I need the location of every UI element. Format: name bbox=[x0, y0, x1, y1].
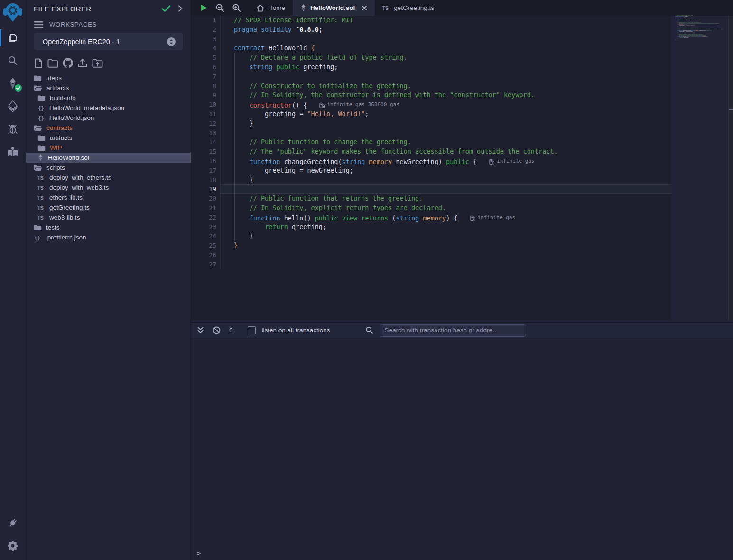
tab-home[interactable]: Home bbox=[249, 0, 293, 16]
code-line-21[interactable]: 21 // In Solidity, explicit return types… bbox=[191, 203, 671, 213]
transaction-count: 0 bbox=[229, 327, 233, 334]
code-editor[interactable]: 1// SPDX-License-Identifier: MIT2pragma … bbox=[191, 16, 733, 320]
code-line-22[interactable]: 22 function hello() public view returns … bbox=[191, 213, 671, 222]
gas-estimate-annotation[interactable]: infinite gas 368600 gas bbox=[319, 100, 399, 110]
code-line-10[interactable]: 10 constructor() {infinite gas 368600 ga… bbox=[191, 100, 671, 110]
code-line-16[interactable]: 16 function changeGreeting(string memory… bbox=[191, 156, 671, 166]
svg-text:{}: {} bbox=[34, 235, 40, 240]
tab-helloworld-sol[interactable]: HelloWorld.sol bbox=[293, 0, 375, 16]
workspace-select[interactable]: OpenZeppelin ERC20 - 1 bbox=[34, 33, 183, 50]
tree-item-build-info[interactable]: build-info bbox=[26, 93, 191, 103]
activity-deploy-run[interactable] bbox=[0, 95, 26, 118]
activity-debugger[interactable] bbox=[0, 118, 26, 140]
activity-remix-logo[interactable] bbox=[0, 0, 26, 27]
file-explorer-header: FILE EXPLORER bbox=[26, 0, 191, 17]
listen-all-transactions-checkbox[interactable] bbox=[248, 326, 256, 334]
ts-icon: TS bbox=[37, 175, 45, 181]
line-content: } bbox=[221, 119, 671, 129]
transaction-search-input[interactable] bbox=[380, 324, 526, 337]
activity-file-explorer[interactable] bbox=[0, 27, 26, 49]
code-line-26[interactable]: 26 bbox=[191, 250, 671, 260]
tab-close-icon[interactable] bbox=[362, 5, 367, 11]
activity-search[interactable] bbox=[0, 49, 26, 72]
new-folder-icon[interactable] bbox=[47, 59, 58, 68]
code-line-8[interactable]: 8 // Constructor to initialize the greet… bbox=[191, 82, 671, 91]
code-line-12[interactable]: 12 } bbox=[191, 119, 671, 129]
tree-item-artifacts[interactable]: artifacts bbox=[26, 133, 191, 143]
terminal-clear-icon[interactable] bbox=[213, 326, 221, 334]
zoom-out-icon[interactable] bbox=[215, 3, 224, 12]
code-line-11[interactable]: 11 greeting = "Hello, World!"; bbox=[191, 110, 671, 119]
new-file-icon[interactable] bbox=[34, 58, 43, 68]
activity-settings[interactable] bbox=[0, 534, 26, 557]
tree-item-helloworld-metadata-json[interactable]: {}HelloWorld_metadata.json bbox=[26, 103, 191, 113]
gas-estimate-annotation[interactable]: infinite gas bbox=[489, 156, 534, 166]
tree-item-ethers-lib-ts[interactable]: TSethers-lib.ts bbox=[26, 193, 191, 202]
minimap[interactable]: // SPDX-License-Identifier: MITpragma so… bbox=[671, 16, 728, 320]
tree-item-deploy-with-ethers-ts[interactable]: TSdeploy_with_ethers.ts bbox=[26, 173, 191, 183]
line-number: 22 bbox=[191, 213, 221, 222]
tree-item-helloworld-json[interactable]: {}HelloWorld.json bbox=[26, 113, 191, 123]
code-line-5[interactable]: 5 // Declare a public field of type stri… bbox=[191, 53, 671, 63]
line-content bbox=[221, 129, 671, 138]
line-content: // SPDX-License-Identifier: MIT bbox=[221, 16, 671, 25]
code-line-4[interactable]: 4contract HelloWorld { bbox=[191, 44, 671, 53]
editor-scrollbar[interactable] bbox=[728, 16, 733, 320]
zoom-in-icon[interactable] bbox=[232, 3, 241, 12]
code-line-15[interactable]: 15 // The "public" keyword makes the fun… bbox=[191, 147, 671, 156]
tree-item-artifacts[interactable]: artifacts bbox=[26, 83, 191, 93]
code-line-27[interactable]: 27 bbox=[191, 260, 671, 269]
terminal-content[interactable]: > bbox=[191, 338, 733, 560]
play-icon[interactable] bbox=[200, 4, 208, 12]
code-line-23[interactable]: 23 return greeting; bbox=[191, 222, 671, 232]
folder-open-icon bbox=[34, 165, 42, 171]
code-region[interactable]: 1// SPDX-License-Identifier: MIT2pragma … bbox=[191, 16, 671, 320]
panel-chevron-right-icon[interactable] bbox=[177, 5, 183, 12]
code-line-18[interactable]: 18 } bbox=[191, 175, 671, 185]
activity-plugin-manager[interactable] bbox=[0, 512, 26, 534]
line-content bbox=[221, 72, 671, 82]
workspaces-menu-icon[interactable] bbox=[34, 21, 43, 28]
json-icon: {} bbox=[37, 115, 45, 121]
code-line-19[interactable]: 19 bbox=[191, 184, 671, 194]
code-line-13[interactable]: 13 bbox=[191, 129, 671, 138]
line-number: 16 bbox=[191, 156, 221, 166]
tree-item-scripts[interactable]: scripts bbox=[26, 163, 191, 173]
terminal-bar: 0 listen on all transactions bbox=[191, 322, 733, 338]
tree-item--prettierrc-json[interactable]: {}.prettierrc.json bbox=[26, 232, 191, 242]
tree-item-helloworld-sol[interactable]: HelloWorld.sol bbox=[26, 153, 191, 163]
code-line-7[interactable]: 7 bbox=[191, 72, 671, 82]
code-line-20[interactable]: 20 // Public function that returns the g… bbox=[191, 194, 671, 203]
gas-estimate-annotation[interactable]: infinite gas bbox=[470, 213, 515, 222]
code-line-14[interactable]: 14 // Public function to change the gree… bbox=[191, 138, 671, 147]
tree-item-deploy-with-web3-ts[interactable]: TSdeploy_with_web3.ts bbox=[26, 183, 191, 193]
tree-item-contracts[interactable]: contracts bbox=[26, 123, 191, 133]
line-content: string public greeting; bbox=[221, 63, 671, 72]
code-line-2[interactable]: 2pragma solidity ^0.8.0; bbox=[191, 25, 671, 35]
tree-item--deps[interactable]: .deps bbox=[26, 73, 191, 83]
code-line-25[interactable]: 25} bbox=[191, 241, 671, 250]
line-content: // Declare a public field of type string… bbox=[221, 53, 671, 63]
tree-item-wip[interactable]: WIP bbox=[26, 143, 191, 153]
workspace-ok-icon[interactable] bbox=[161, 5, 171, 12]
upload-folder-icon[interactable] bbox=[92, 59, 103, 68]
line-content: } bbox=[221, 231, 671, 241]
code-line-3[interactable]: 3 bbox=[191, 35, 671, 44]
code-line-24[interactable]: 24 } bbox=[191, 231, 671, 241]
tab-getgreeting-ts[interactable]: TSgetGreeting.ts bbox=[375, 0, 442, 16]
upload-file-icon[interactable] bbox=[77, 58, 88, 68]
folder-closed-icon bbox=[34, 75, 42, 82]
activity-solidity-compiler[interactable] bbox=[0, 72, 26, 95]
tree-item-tests[interactable]: tests bbox=[26, 222, 191, 232]
code-line-17[interactable]: 17 greeting = newGreeting; bbox=[191, 166, 671, 175]
tree-item-web3-lib-ts[interactable]: TSweb3-lib.ts bbox=[26, 212, 191, 222]
tree-item-getgreeting-ts[interactable]: TSgetGreeting.ts bbox=[26, 202, 191, 212]
terminal-toggle-icon[interactable] bbox=[197, 326, 204, 334]
code-line-1[interactable]: 1// SPDX-License-Identifier: MIT bbox=[191, 16, 671, 25]
ts-icon: TS bbox=[382, 5, 390, 11]
file-explorer-icon bbox=[7, 32, 19, 44]
code-line-9[interactable]: 9 // In Solidity, the constructor is def… bbox=[191, 91, 671, 100]
code-line-6[interactable]: 6 string public greeting; bbox=[191, 63, 671, 72]
clone-github-icon[interactable] bbox=[63, 58, 73, 68]
activity-learneth[interactable] bbox=[0, 140, 26, 163]
